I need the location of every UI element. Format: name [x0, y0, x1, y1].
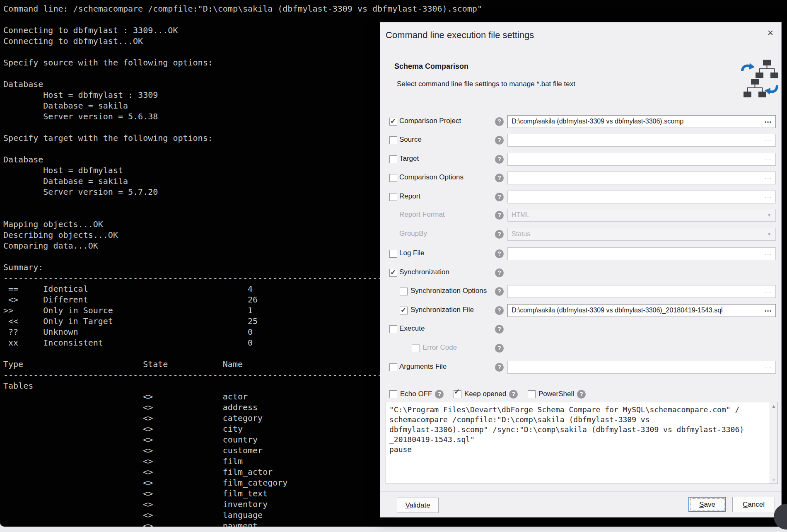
source-label: Source — [399, 135, 422, 144]
validate-button[interactable]: Validate — [397, 498, 439, 513]
comparison-project-checkbox[interactable]: ✓ — [389, 118, 397, 126]
scroll-down-icon[interactable]: ▼ — [770, 477, 777, 482]
dialog-title: Command line execution file settings — [386, 30, 534, 41]
row-source: ✓ Source ? … — [380, 134, 781, 147]
row-report: ✓ Report ? … — [380, 191, 781, 203]
powershell-checkbox[interactable]: ✓ — [528, 390, 536, 398]
arguments-file-input[interactable]: … — [507, 361, 776, 374]
comparison-project-label: Comparison Project — [399, 117, 461, 125]
close-icon[interactable]: ✕ — [765, 27, 776, 39]
help-icon[interactable]: ? — [495, 174, 504, 182]
help-icon[interactable]: ? — [495, 287, 504, 296]
comparison-project-value: D:\comp\sakila (dbfmylast-3309 vs dbfmyl… — [512, 118, 683, 125]
source-checkbox[interactable]: ✓ — [389, 136, 397, 144]
help-icon[interactable]: ? — [495, 344, 504, 353]
browse-ellipsis-button[interactable]: … — [764, 116, 772, 125]
command-line-settings-dialog: Command line execution file settings ✕ S… — [380, 22, 782, 517]
browse-ellipsis-button: … — [764, 135, 772, 143]
log-file-label: Log File — [399, 249, 424, 257]
row-target: ✓ Target ? … — [380, 153, 781, 166]
help-icon[interactable]: ? — [495, 363, 504, 372]
browse-ellipsis-button: … — [764, 248, 772, 257]
row-execute: ✓ Execute ? — [380, 323, 781, 336]
row-comparison-project: ✓ Comparison Project ? D:\comp\sakila (d… — [380, 115, 781, 128]
comparison-project-input[interactable]: D:\comp\sakila (dbfmylast-3309 vs dbfmyl… — [507, 115, 776, 128]
row-synchronization-file: ✓ Synchronization File ? D:\comp\sakila … — [380, 304, 781, 317]
synchronization-label: Synchronization — [399, 268, 449, 276]
save-button[interactable]: Save — [688, 497, 726, 512]
batch-text: "C:\Program Files\Devart\dbForge Schema … — [386, 402, 777, 457]
target-input[interactable]: … — [507, 153, 776, 166]
row-groupby: GroupBy ? Status ▼ — [380, 228, 781, 241]
arguments-file-checkbox[interactable]: ✓ — [389, 363, 397, 371]
synchronization-options-checkbox[interactable]: ✓ — [400, 288, 408, 295]
scroll-up-icon[interactable]: ▲ — [770, 404, 777, 409]
help-icon[interactable]: ? — [495, 325, 504, 334]
echo-off-checkbox[interactable]: ✓ — [389, 390, 397, 398]
browse-ellipsis-button: … — [764, 191, 772, 200]
row-synchronization: ✓ Synchronization ? — [380, 266, 781, 279]
help-icon[interactable]: ? — [495, 306, 504, 315]
powershell-label: PowerShell — [538, 390, 574, 398]
cancel-button[interactable]: Cancel — [732, 497, 775, 512]
section-subtitle: Select command line file settings to man… — [397, 80, 575, 88]
help-icon[interactable]: ? — [495, 249, 504, 258]
comparison-options-label: Comparison Options — [399, 173, 464, 181]
echo-off-label: Echo OFF — [400, 390, 432, 398]
help-icon[interactable]: ? — [495, 268, 504, 277]
row-error-code: ✓ Error Code ? — [380, 342, 781, 355]
checkmark-icon: ✓ — [454, 387, 460, 396]
keep-opened-checkbox[interactable]: ✓ — [454, 390, 461, 398]
synchronization-file-label: Synchronization File — [410, 306, 474, 314]
help-icon[interactable]: ? — [495, 155, 504, 164]
groupby-value: Status — [512, 230, 530, 238]
chevron-down-icon: ▼ — [767, 213, 771, 218]
arguments-file-label: Arguments File — [399, 363, 447, 371]
browse-ellipsis-button: … — [764, 172, 772, 181]
section-title: Schema Comparison — [394, 62, 468, 71]
report-input[interactable]: … — [507, 191, 776, 203]
batch-text-area[interactable]: "C:\Program Files\Devart\dbForge Schema … — [386, 402, 778, 484]
keep-opened-option: ✓ Keep opened ? — [454, 389, 518, 399]
checkmark-icon: ✓ — [390, 117, 396, 126]
groupby-label: GroupBy — [399, 230, 427, 238]
scrollbar[interactable]: ▲ ▼ — [770, 402, 777, 484]
synchronization-file-checkbox[interactable]: ✓ — [400, 307, 408, 314]
synchronization-file-input[interactable]: D:\comp\sakila (dbfmylast-3309 vs dbfmyl… — [507, 304, 776, 317]
browse-ellipsis-button[interactable]: … — [764, 305, 772, 314]
help-icon[interactable]: ? — [509, 390, 518, 399]
browse-ellipsis-button: … — [764, 286, 772, 295]
report-label: Report — [399, 192, 420, 201]
source-input[interactable]: … — [507, 134, 776, 147]
target-label: Target — [399, 155, 419, 163]
help-icon[interactable]: ? — [495, 136, 504, 145]
synchronization-checkbox[interactable]: ✓ — [389, 269, 397, 277]
echo-off-option: ✓ Echo OFF ? — [389, 389, 444, 399]
help-icon[interactable]: ? — [577, 390, 586, 399]
browse-ellipsis-button: … — [764, 362, 772, 370]
help-icon[interactable]: ? — [435, 390, 444, 399]
log-file-input[interactable]: … — [507, 247, 776, 260]
execute-checkbox[interactable]: ✓ — [389, 325, 397, 333]
help-icon[interactable]: ? — [495, 117, 504, 126]
row-synchronization-options: ✓ Synchronization Options ? … — [380, 285, 781, 298]
help-icon[interactable]: ? — [495, 230, 504, 239]
report-checkbox[interactable]: ✓ — [389, 193, 397, 201]
row-arguments-file: ✓ Arguments File ? … — [380, 361, 781, 374]
row-report-format: Report Format ? HTML ▼ — [380, 209, 781, 222]
synchronization-options-input[interactable]: … — [507, 285, 776, 298]
target-checkbox[interactable]: ✓ — [389, 155, 397, 163]
comparison-options-checkbox[interactable]: ✓ — [389, 174, 397, 182]
log-file-checkbox[interactable]: ✓ — [389, 250, 397, 258]
help-icon[interactable]: ? — [495, 211, 504, 220]
row-comparison-options: ✓ Comparison Options ? … — [380, 172, 781, 184]
schema-comparison-icon — [740, 60, 780, 101]
keep-opened-label: Keep opened — [464, 390, 506, 398]
help-icon[interactable]: ? — [495, 193, 504, 201]
comparison-options-input[interactable]: … — [507, 172, 776, 184]
synchronization-file-value: D:\comp\sakila (dbfmylast-3309 vs dbfmyl… — [512, 307, 723, 314]
row-log-file: ✓ Log File ? … — [380, 247, 781, 260]
footer-divider — [380, 491, 781, 492]
error-code-checkbox: ✓ — [412, 344, 420, 352]
chevron-down-icon: ▼ — [767, 232, 771, 237]
